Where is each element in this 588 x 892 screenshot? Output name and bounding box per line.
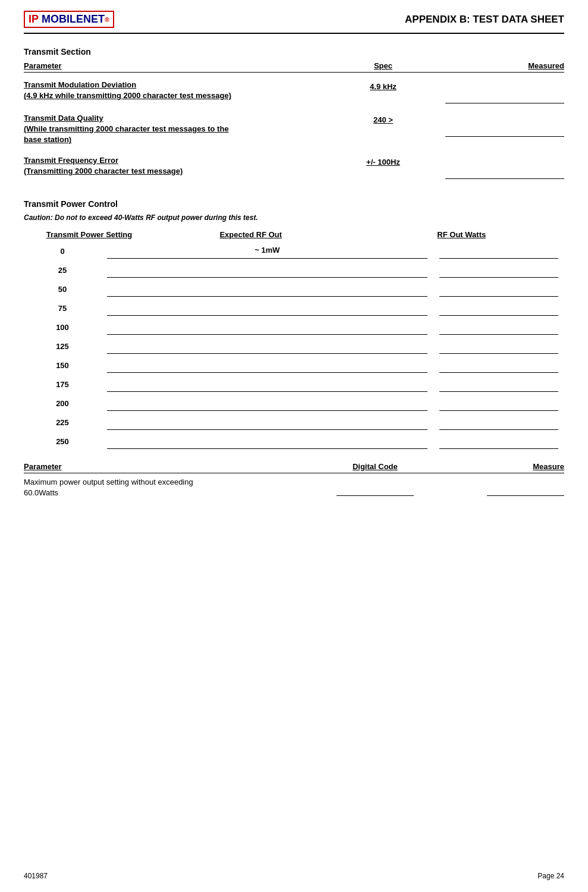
param-label-1: Transmit Modulation Deviation (4.9 kHz w… xyxy=(24,80,321,101)
measured-field-2 xyxy=(445,113,564,137)
footer-left: 401987 xyxy=(24,872,48,880)
power-row-150: 150 xyxy=(24,359,564,373)
power-setting-50: 50 xyxy=(24,282,101,294)
power-row-125: 125 xyxy=(24,340,564,354)
bottom-measure-col-header: Measure xyxy=(445,462,564,471)
logo-trademark: ® xyxy=(105,16,109,23)
spec-value-2: 240 > xyxy=(329,113,438,124)
power-caution: Caution: Do not to exceed 40-Watts RF ou… xyxy=(24,213,564,222)
power-rf-line-25 xyxy=(439,277,558,278)
power-row-50: 50 xyxy=(24,282,564,297)
page-footer: 401987 Page 24 xyxy=(24,872,564,880)
bottom-measure-underline-1 xyxy=(487,488,564,496)
bottom-digital-val-1 xyxy=(310,477,440,498)
power-rf-line-225 xyxy=(439,429,558,430)
power-setting-175: 175 xyxy=(24,378,101,389)
power-rf-line-175 xyxy=(439,391,558,392)
param-col-header: Parameter xyxy=(24,61,321,70)
measured-underline-1 xyxy=(445,93,564,103)
footer-right: Page 24 xyxy=(537,872,564,880)
power-rf-line-100 xyxy=(439,334,558,335)
power-setting-200: 200 xyxy=(24,397,101,408)
logo-net: NET xyxy=(83,13,105,26)
power-table-header: Transmit Power Setting Expected RF Out R… xyxy=(24,230,564,241)
power-row-25: 25 xyxy=(24,263,564,278)
power-setting-250: 250 xyxy=(24,435,101,446)
logo-box: IP MOBILE NET ® xyxy=(24,11,114,28)
spec-col-header: Spec xyxy=(329,61,438,70)
power-exp-line-125 xyxy=(107,353,427,354)
bottom-table-header: Parameter Digital Code Measure xyxy=(24,462,564,473)
bottom-digital-col-header: Digital Code xyxy=(310,462,440,471)
power-row-100: 100 xyxy=(24,321,564,335)
page: IP MOBILE NET ® APPENDIX B: TEST DATA SH… xyxy=(0,0,588,892)
power-rf-line-150 xyxy=(439,372,558,373)
bottom-param-col-header: Parameter xyxy=(24,462,305,471)
power-setting-75: 75 xyxy=(24,301,101,313)
power-rf-line-75 xyxy=(439,315,558,316)
measured-underline-2 xyxy=(445,126,564,137)
page-header: IP MOBILE NET ® APPENDIX B: TEST DATA SH… xyxy=(24,11,564,34)
param-table-header: Parameter Spec Measured xyxy=(24,61,564,73)
power-rf-line-0 xyxy=(439,258,558,259)
power-exp-line-100 xyxy=(107,334,427,335)
power-rf-line-250 xyxy=(439,448,558,449)
param-row-3: Transmit Frequency Error (Transmitting 2… xyxy=(24,155,564,183)
power-rf-line-50 xyxy=(439,296,558,297)
power-setting-0: 0 xyxy=(24,244,101,256)
logo-mobile: MOBILE xyxy=(42,13,83,26)
bottom-param-val-1: Maximum power output setting without exc… xyxy=(24,477,305,498)
power-section-title: Transmit Power Control xyxy=(24,199,564,209)
power-exp-line-75 xyxy=(107,315,427,316)
power-row-0: 0 ~ 1mW xyxy=(24,244,564,259)
logo: IP MOBILE NET ® xyxy=(24,11,114,28)
power-row-225: 225 xyxy=(24,416,564,430)
power-exp-line-50 xyxy=(107,296,427,297)
bottom-digital-underline-1 xyxy=(337,488,414,496)
power-row-175: 175 xyxy=(24,378,564,392)
power-rows-container: 0 ~ 1mW 25 xyxy=(24,244,564,449)
power-col-expected-header: Expected RF Out xyxy=(143,230,359,239)
bottom-measure-val-1 xyxy=(445,477,564,498)
logo-ip: IP xyxy=(29,13,39,26)
page-title: APPENDIX B: TEST DATA SHEET xyxy=(405,14,564,26)
power-setting-25: 25 xyxy=(24,263,101,275)
spec-value-3: +/- 100Hz xyxy=(329,155,438,167)
measured-field-3 xyxy=(445,155,564,179)
power-setting-100: 100 xyxy=(24,321,101,332)
power-row-250: 250 xyxy=(24,435,564,449)
power-expected-0: ~ 1mW xyxy=(101,246,433,255)
power-row-200: 200 xyxy=(24,397,564,411)
power-exp-line-0 xyxy=(107,258,427,259)
measured-col-header: Measured xyxy=(445,61,564,70)
power-setting-150: 150 xyxy=(24,359,101,370)
measured-underline-3 xyxy=(445,168,564,179)
power-exp-line-200 xyxy=(107,410,427,411)
param-row-2: Transmit Data Quality (While transmittin… xyxy=(24,113,564,149)
power-col-rfout-header: RF Out Watts xyxy=(359,230,564,239)
param-label-2: Transmit Data Quality (While transmittin… xyxy=(24,113,321,146)
power-setting-125: 125 xyxy=(24,340,101,351)
power-exp-line-25 xyxy=(107,277,427,278)
bottom-table: Parameter Digital Code Measure Maximum p… xyxy=(24,462,564,498)
power-rf-line-125 xyxy=(439,353,558,354)
bottom-row-1: Maximum power output setting without exc… xyxy=(24,477,564,498)
transmit-section-title: Transmit Section xyxy=(24,47,564,56)
param-label-3: Transmit Frequency Error (Transmitting 2… xyxy=(24,155,321,177)
power-col-setting-header: Transmit Power Setting xyxy=(24,230,143,239)
spec-value-1: 4.9 kHz xyxy=(329,80,438,91)
power-exp-line-225 xyxy=(107,429,427,430)
power-exp-line-175 xyxy=(107,391,427,392)
power-exp-line-150 xyxy=(107,372,427,373)
power-row-75: 75 xyxy=(24,301,564,316)
power-exp-line-250 xyxy=(107,448,427,449)
param-row-1: Transmit Modulation Deviation (4.9 kHz w… xyxy=(24,80,564,107)
measured-field-1 xyxy=(445,80,564,103)
power-setting-225: 225 xyxy=(24,416,101,427)
power-rf-line-200 xyxy=(439,410,558,411)
